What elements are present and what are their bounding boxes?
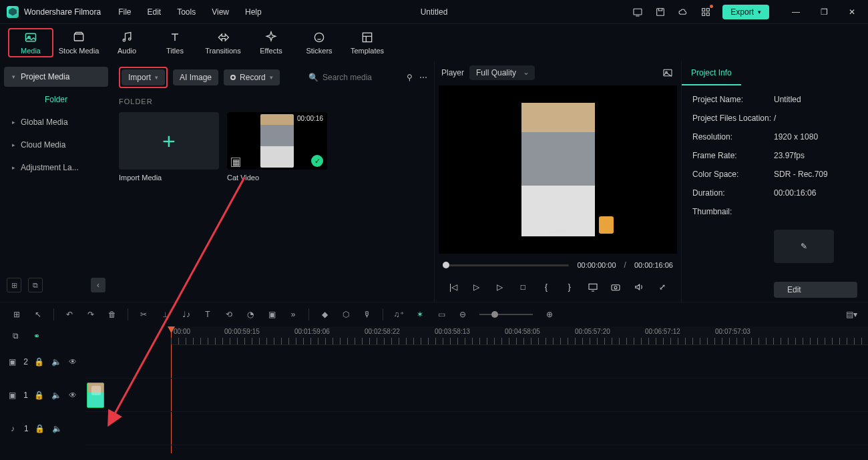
timeline-ruler[interactable]: 00:00 00:00:59:15 00:01:59:06 00:02:58:2… [171,326,868,345]
play-outline-button[interactable]: ▷ [492,279,508,295]
total-time: 00:00:16:06 [634,261,673,269]
video-track-2-head[interactable]: ▣2 🔒 🔈 👁 [0,345,85,379]
video-preview[interactable]: Cutest [439,85,677,254]
app-logo [7,6,19,18]
audio-track-1-lane[interactable] [85,412,868,445]
voiceover-button[interactable]: 🎙 [359,306,376,323]
track-view-button[interactable]: ▤▾ [843,306,860,323]
tab-transitions[interactable]: Transitions [200,31,246,55]
more-tl-button[interactable]: » [284,306,302,323]
sidebar-adjustment-layer[interactable]: ▸Adjustment La... [4,158,108,178]
keyframe-button[interactable]: ◆ [316,306,333,323]
import-button[interactable]: Import▾ [122,69,165,85]
mark-out-button[interactable]: } [562,279,578,295]
visibility-icon[interactable]: 👁 [67,357,79,367]
crop-button[interactable]: ⟂ [156,306,174,323]
visibility-icon[interactable]: 👁 [67,391,79,400]
menu-help[interactable]: Help [245,7,262,17]
text-button[interactable]: T [199,306,216,323]
timeline-options-icon[interactable]: ⧉ [9,331,21,340]
lock-icon[interactable]: 🔒 [33,357,45,367]
sidebar-cloud-media[interactable]: ▸Cloud Media [4,135,108,155]
magnetic-button[interactable]: ✶ [411,306,429,323]
tab-audio[interactable]: Audio [104,31,150,55]
tab-templates[interactable]: Templates [345,31,390,55]
lock-icon[interactable]: 🔒 [34,424,46,433]
thumbnail-box[interactable]: ✎ [774,230,834,263]
zoom-slider[interactable] [479,314,533,315]
record-button[interactable]: Record▾ [224,69,280,85]
menu-file[interactable]: File [118,7,131,17]
fullscreen-icon[interactable]: ⤢ [654,279,670,295]
delete-button[interactable]: 🗑 [103,306,121,323]
ai-image-button[interactable]: AI Image [173,69,218,85]
audio-track-1-head[interactable]: ♪1 🔒 🔈 [0,412,85,445]
tab-stock-media[interactable]: Stock Media [56,31,101,55]
tl-layout-icon[interactable]: ⊞ [8,306,25,323]
cloud-icon[interactable] [677,6,689,18]
speed-button[interactable]: ♩♪ [178,306,195,323]
mute-icon[interactable]: 🔈 [50,357,61,367]
camera-icon[interactable] [608,279,624,295]
cat-video-tile[interactable]: 00:00:16 ▦ ✓ [227,112,327,170]
import-media-tile[interactable]: + [119,112,219,170]
snapshot-image-icon[interactable] [661,66,674,79]
stop-button[interactable]: □ [515,279,531,295]
new-folder-icon[interactable]: ⊞ [7,278,21,292]
sidebar-global-media[interactable]: ▸Global Media [4,112,108,132]
project-media-button[interactable]: ▾Project Media [4,67,108,87]
collapse-sidebar-button[interactable]: ‹ [91,278,105,292]
lock-icon[interactable]: 🔒 [33,391,45,400]
scrub-bar[interactable] [443,264,569,266]
device-icon[interactable] [632,6,644,18]
mute-icon[interactable]: 🔈 [51,424,63,433]
rotate-button[interactable]: ⟲ [220,306,238,323]
tab-media[interactable]: Media [8,28,53,57]
mask-button[interactable]: ▣ [263,306,280,323]
menu-tools[interactable]: Tools [177,7,196,17]
tab-stock-label: Stock Media [59,47,99,55]
mark-in-button[interactable]: { [538,279,554,295]
link-icon[interactable]: ⚭ [31,331,43,340]
audio-mixer-button[interactable]: ♫⁺ [390,306,407,323]
video-track-2-lane[interactable] [85,345,868,379]
video-track-1-lane[interactable] [85,379,868,412]
color-button[interactable]: ◔ [242,306,259,323]
bin-icon[interactable]: ⧉ [28,278,43,292]
display-icon[interactable] [585,279,601,295]
split-button[interactable]: ✂ [135,306,152,323]
menu-edit[interactable]: Edit [148,7,162,17]
redo-button[interactable]: ↷ [82,306,99,323]
tl-cursor-icon[interactable]: ↖ [29,306,47,323]
close-button[interactable]: ✕ [843,3,861,21]
tab-project-info[interactable]: Project Info [682,61,741,85]
volume-icon[interactable] [631,279,647,295]
filter-icon[interactable]: ⚲ [407,73,413,82]
more-icon[interactable]: ⋯ [419,73,427,82]
quality-dropdown[interactable]: Full Quality [469,65,535,80]
maximize-button[interactable]: ❐ [815,3,833,21]
properties-icon[interactable]: ▦ [231,158,240,167]
export-button[interactable]: Export▾ [722,5,769,19]
play-button[interactable]: ▷ [469,279,485,295]
edit-button[interactable]: Edit [774,282,857,298]
save-icon[interactable] [654,6,666,18]
ruler-mark: 00:04:58:05 [505,328,540,335]
apps-icon[interactable] [700,6,712,18]
zoom-in-button[interactable]: ⊕ [541,306,558,323]
mute-icon[interactable]: 🔈 [50,391,61,400]
tab-stickers[interactable]: Stickers [296,31,342,55]
zoom-out-button[interactable]: ⊖ [454,306,471,323]
undo-button[interactable]: ↶ [61,306,78,323]
marker-button[interactable]: ⬡ [337,306,355,323]
menu-view[interactable]: View [212,7,229,17]
search-input[interactable] [322,73,396,82]
render-preview-button[interactable]: ▭ [433,306,450,323]
prev-frame-button[interactable]: |◁ [445,279,461,295]
tab-titles[interactable]: Titles [152,31,198,55]
folder-link[interactable]: Folder [4,89,108,109]
timeline-clip-cat-video[interactable] [87,383,104,408]
tab-effects[interactable]: Effects [248,31,294,55]
minimize-button[interactable]: — [787,3,805,21]
video-track-1-head[interactable]: ▣1 🔒 🔈 👁 [0,379,85,412]
